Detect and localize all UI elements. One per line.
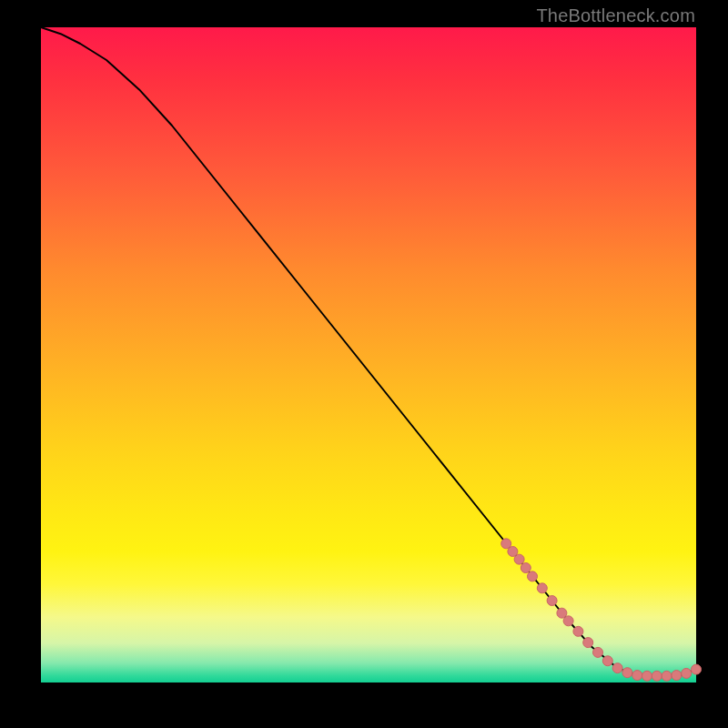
data-marker (573, 626, 583, 636)
data-marker (652, 671, 662, 681)
data-marker (537, 583, 547, 593)
plot-area (41, 27, 696, 682)
data-marker (622, 668, 632, 678)
data-marker (547, 596, 557, 606)
marker-layer (501, 539, 702, 681)
data-marker (593, 647, 603, 657)
data-marker (563, 616, 573, 626)
attribution-label: TheBottleneck.com (536, 5, 695, 26)
data-marker (514, 554, 524, 564)
data-marker (602, 656, 612, 666)
data-marker (682, 668, 692, 678)
data-marker (583, 638, 593, 648)
data-marker (672, 671, 682, 681)
data-marker (632, 671, 642, 681)
chart-svg (41, 27, 696, 682)
data-marker (528, 571, 538, 581)
chart-container: TheBottleneck.com (0, 0, 728, 728)
data-marker (662, 671, 672, 681)
bottleneck-curve (41, 27, 696, 676)
data-marker (521, 563, 531, 573)
data-marker (612, 663, 622, 673)
data-marker (642, 671, 652, 681)
data-marker (692, 664, 702, 674)
